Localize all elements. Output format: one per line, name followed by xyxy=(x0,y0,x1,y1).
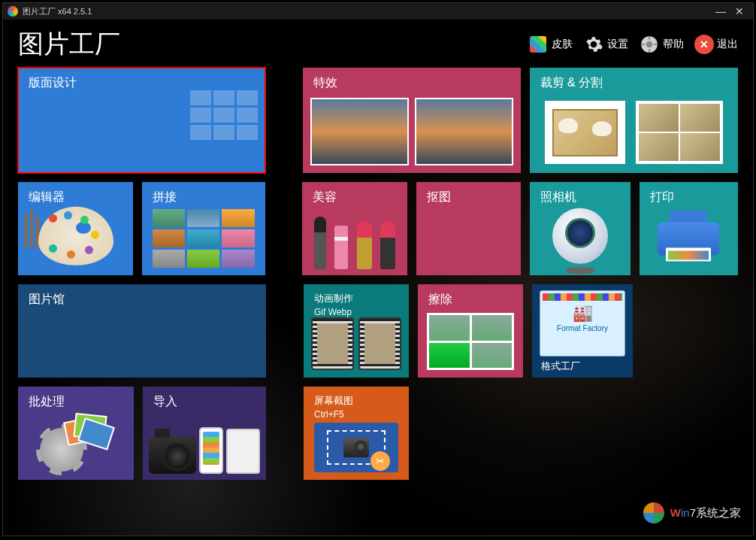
titlebar-text: 图片工厂 x64 2.5.1 xyxy=(23,6,711,17)
tile-label: 导入 xyxy=(153,394,256,410)
palette-icon xyxy=(38,207,113,265)
tile-label: 照相机 xyxy=(540,190,619,205)
tile-screenshot[interactable]: 屏幕截图 Ctrl+F5 ✂ xyxy=(304,387,409,480)
app-icon xyxy=(8,6,18,17)
watermark-text-b: in xyxy=(681,506,690,519)
erase-preview-icon xyxy=(427,313,514,370)
mosaic-icon xyxy=(153,209,254,268)
skin-label: 皮肤 xyxy=(552,38,573,51)
help-label: 帮助 xyxy=(663,38,684,51)
tile-beauty[interactable]: 美容 xyxy=(302,182,407,275)
tile-sublabel: Gif Webp xyxy=(314,307,398,317)
tile-label: 打印 xyxy=(650,190,727,205)
batch-icon xyxy=(40,411,112,472)
app-title: 图片工厂 xyxy=(18,27,517,62)
tile-layout-design[interactable]: 版面设计 xyxy=(18,68,265,173)
tile-label: 动画制作 xyxy=(314,292,398,305)
tile-label: 编辑器 xyxy=(29,190,122,205)
effects-preview-icon xyxy=(310,98,513,165)
tile-effects[interactable]: 特效 xyxy=(303,68,520,173)
tile-label: 美容 xyxy=(313,190,396,205)
settings-label: 设置 xyxy=(607,38,628,51)
svg-point-1 xyxy=(646,41,653,48)
tile-print[interactable]: 打印 xyxy=(640,182,738,275)
tile-gallery[interactable]: 图片馆 xyxy=(18,284,266,378)
tile-label: 屏幕截图 xyxy=(314,394,398,408)
help-button[interactable]: 帮助 xyxy=(639,34,684,55)
watermark-text: Win7系统之家 xyxy=(670,506,741,520)
watermark-text-a: W xyxy=(670,506,681,519)
tile-animation[interactable]: 动画制作 Gif Webp xyxy=(304,284,409,378)
close-window-button[interactable]: ✕ xyxy=(730,5,748,17)
tile-sublabel: Ctrl+F5 xyxy=(314,409,398,420)
tile-format-factory[interactable]: 🏭 Format Factory 格式工厂 xyxy=(532,284,633,378)
help-icon xyxy=(639,34,660,55)
tile-label: 图片馆 xyxy=(29,292,256,308)
printer-icon xyxy=(658,211,719,262)
tile-batch[interactable]: 批处理 xyxy=(18,387,134,480)
tile-label: 裁剪 & 分割 xyxy=(540,75,727,91)
tile-cutout[interactable]: 抠图 xyxy=(416,182,521,275)
layout-thumbs-icon xyxy=(190,90,258,140)
titlebar: 图片工厂 x64 2.5.1 — ✕ xyxy=(3,3,753,20)
tile-label: 版面设计 xyxy=(29,75,255,91)
format-factory-icon: 🏭 Format Factory xyxy=(540,290,625,356)
tile-camera[interactable]: 照相机 xyxy=(530,182,630,275)
tile-label: 拼接 xyxy=(153,190,254,205)
gear-icon xyxy=(583,34,604,55)
devices-icon xyxy=(149,414,260,474)
header: 图片工厂 皮肤 设置 帮助 ✕ 退出 xyxy=(3,20,753,68)
tile-label: 擦除 xyxy=(428,292,513,308)
watermark-logo-icon xyxy=(640,499,667,526)
watermark-text-c: 7系统之家 xyxy=(690,506,741,519)
tile-label: 特效 xyxy=(313,75,510,91)
tile-erase[interactable]: 擦除 xyxy=(418,284,523,378)
close-icon: ✕ xyxy=(694,35,714,54)
makeup-icon xyxy=(310,209,399,269)
screenshot-icon: ✂ xyxy=(314,423,398,472)
exit-label: 退出 xyxy=(717,38,738,51)
tile-editor[interactable]: 编辑器 xyxy=(18,182,133,275)
filmstrip-icon xyxy=(311,317,401,370)
skin-button[interactable]: 皮肤 xyxy=(528,34,573,55)
settings-button[interactable]: 设置 xyxy=(583,34,628,55)
webcam-icon xyxy=(552,208,608,264)
tile-label: 批处理 xyxy=(29,394,123,410)
tile-collage[interactable]: 拼接 xyxy=(142,182,265,275)
tiles-grid: 版面设计 特效 裁剪 & 分割 xyxy=(3,68,753,480)
format-factory-inner-text: Format Factory xyxy=(543,324,622,332)
skin-icon xyxy=(530,36,546,53)
watermark: Win7系统之家 xyxy=(640,499,741,526)
tile-import[interactable]: 导入 xyxy=(143,387,266,480)
tile-label: 格式工厂 xyxy=(541,359,580,373)
tile-crop-split[interactable]: 裁剪 & 分割 xyxy=(530,68,738,173)
exit-button[interactable]: ✕ 退出 xyxy=(694,35,738,54)
crop-preview-icon xyxy=(545,101,723,164)
minimize-button[interactable]: — xyxy=(711,5,730,17)
tile-label: 抠图 xyxy=(427,190,510,205)
